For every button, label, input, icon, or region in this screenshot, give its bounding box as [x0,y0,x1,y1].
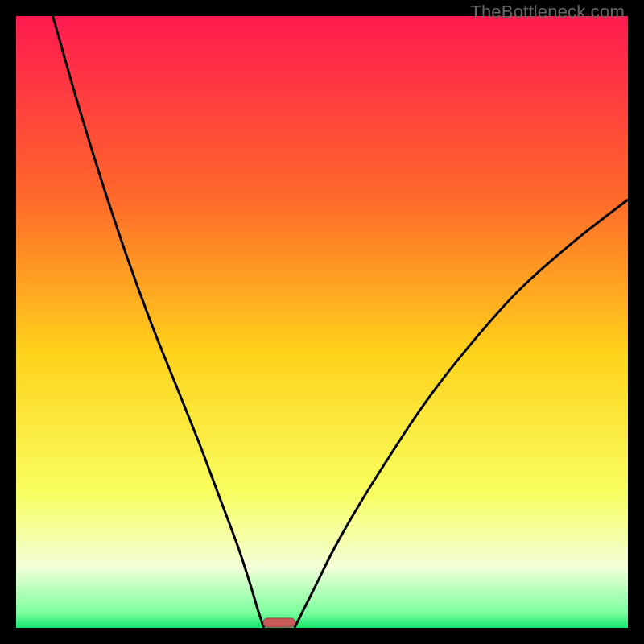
chart-frame [16,16,628,628]
bottleneck-chart [16,16,628,628]
gradient-background [16,16,628,628]
optimal-marker [263,618,295,627]
watermark-text: TheBottleneck.com [470,2,625,23]
